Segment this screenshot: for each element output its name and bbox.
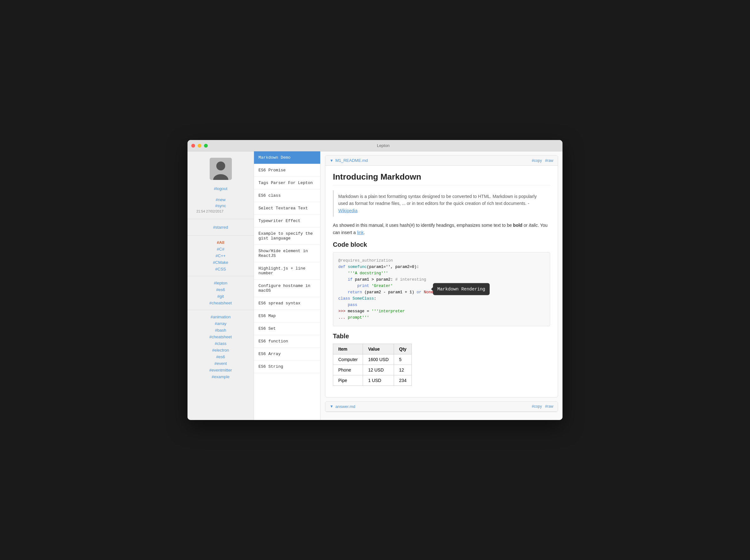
copy-button-answer[interactable]: #copy	[532, 404, 542, 408]
tag-csharp[interactable]: #C#	[192, 246, 249, 252]
close-button[interactable]	[191, 144, 195, 147]
file-header-answer: ▼ answer.md #copy #raw	[325, 402, 558, 412]
tag-eventmitter[interactable]: #eventmitter	[192, 367, 249, 373]
table-cell-value-3: 1 USD	[363, 375, 394, 385]
file-body-readme: Introducing Markdown Markdown is a plain…	[325, 166, 558, 397]
logout-link[interactable]: #logout	[192, 186, 249, 192]
snippet-item-typewriter[interactable]: Typewriter Effect	[254, 215, 320, 227]
tag-git[interactable]: #git	[192, 293, 249, 299]
tag-cmake[interactable]: #CMake	[192, 259, 249, 265]
avatar-svg	[210, 158, 232, 180]
table-row: Pipe 1 USD 234	[333, 375, 412, 385]
snippet-item-highlightjs[interactable]: Highlight.js + line number	[254, 262, 320, 280]
wikipedia-link[interactable]: Wikipedia	[338, 208, 358, 213]
table-cell-item-3: Pipe	[333, 375, 363, 385]
md-divider	[333, 185, 550, 185]
traffic-lights	[191, 144, 208, 147]
md-table-heading: Table	[333, 333, 550, 340]
tag-event[interactable]: #event	[192, 360, 249, 366]
new-link[interactable]: #new	[192, 197, 249, 203]
snippet-item-es6-array[interactable]: ES6 Array	[254, 348, 320, 360]
snippet-item-spread[interactable]: ES6 spread syntax	[254, 297, 320, 310]
tag-example[interactable]: #example	[192, 374, 249, 380]
sidebar-actions: #new #sync 21:54 27/02/2017	[187, 194, 254, 216]
table-cell-value-1: 1600 USD	[363, 354, 394, 364]
tag-lepton[interactable]: #lepton	[192, 280, 249, 286]
code-block: @requires_authorization def somefunc(par…	[333, 252, 550, 326]
snippet-item-es6-function[interactable]: ES6 function	[254, 335, 320, 348]
snippet-item-markdown-demo[interactable]: Markdown Demo	[254, 152, 320, 164]
tag-cheatsheet[interactable]: #cheatsheet	[192, 300, 249, 306]
file-actions-answer: #copy #raw	[532, 404, 553, 408]
sidebar-divider-3	[187, 276, 254, 276]
chevron-down-icon: ▼	[330, 158, 333, 163]
main-content: ▼ M1_README.md #copy #raw Introducing Ma…	[321, 152, 563, 420]
tag-class[interactable]: #class	[192, 340, 249, 346]
starred-link[interactable]: #starred	[192, 224, 249, 230]
tooltip-label: Markdown Rendering	[438, 287, 485, 292]
snippet-item-showhide[interactable]: Show/Hide element in ReactJS	[254, 245, 320, 262]
table-cell-item-2: Phone	[333, 364, 363, 375]
table-header-qty: Qty	[394, 344, 412, 354]
tooltip-arrow	[431, 287, 433, 291]
snippet-item-es6-promise[interactable]: ES6 Promise	[254, 164, 320, 177]
avatar	[210, 158, 232, 180]
file-actions-readme: #copy #raw	[532, 158, 553, 163]
svg-point-1	[216, 162, 225, 171]
tooltip-box: Markdown Rendering	[433, 283, 490, 295]
copy-button-readme[interactable]: #copy	[532, 158, 542, 163]
tag-cheatsheet2[interactable]: #cheatsheet	[192, 334, 249, 340]
avatar-section	[187, 152, 254, 183]
titlebar: Lepton	[187, 140, 563, 152]
sync-time: 21:54 27/02/2017	[192, 209, 249, 214]
raw-button-readme[interactable]: #raw	[545, 158, 553, 163]
md-paragraph: As showed in this manual, it uses hash(#…	[333, 222, 550, 236]
tag-animation[interactable]: #animation	[192, 314, 249, 320]
tag-list: #All #C# #C++ #CMake #CSS	[187, 238, 254, 273]
tag-css[interactable]: #CSS	[192, 266, 249, 272]
sync-link[interactable]: #sync	[192, 203, 249, 209]
maximize-button[interactable]	[204, 144, 208, 147]
tag-es6[interactable]: #es6	[192, 287, 249, 293]
tag-es6-2[interactable]: #es6	[192, 354, 249, 360]
app-body: #logout #new #sync 21:54 27/02/2017 #sta…	[187, 152, 563, 420]
sidebar-divider-2	[187, 235, 254, 236]
tag-all[interactable]: #All	[192, 239, 249, 245]
tag-cpp[interactable]: #C++	[192, 253, 249, 259]
snippet-item-es6-string[interactable]: ES6 String	[254, 360, 320, 373]
file-header-readme: ▼ M1_README.md #copy #raw	[325, 156, 558, 166]
snippet-item-gist-lang[interactable]: Example to specify the gist language	[254, 227, 320, 245]
file-name-readme: M1_README.md	[336, 158, 368, 163]
chevron-down-icon-answer: ▼	[330, 404, 333, 408]
tag-electron[interactable]: #electron	[192, 347, 249, 353]
sidebar: #logout #new #sync 21:54 27/02/2017 #sta…	[187, 152, 254, 420]
snippet-item-select-textarea[interactable]: Select Textarea Text	[254, 202, 320, 215]
app-window: Lepton #logout #new #sync 21:54 27/	[187, 140, 563, 420]
file-section-readme: ▼ M1_README.md #copy #raw Introducing Ma…	[325, 155, 558, 398]
minimize-button[interactable]	[198, 144, 201, 147]
table-header-value: Value	[363, 344, 394, 354]
table-cell-value-2: 12 USD	[363, 364, 394, 375]
snippet-item-es6-set[interactable]: ES6 Set	[254, 322, 320, 335]
table-row: Phone 12 USD 12	[333, 364, 412, 375]
snippet-item-tags-parser[interactable]: Tags Parser For Lepton	[254, 177, 320, 189]
table-cell-qty-2: 12	[394, 364, 412, 375]
file-section-answer: ▼ answer.md #copy #raw	[325, 401, 558, 412]
table-row: Computer 1600 USD 5	[333, 354, 412, 364]
tag-bash[interactable]: #bash	[192, 327, 249, 333]
answer-header-left: ▼ answer.md	[330, 404, 532, 409]
table-cell-qty-1: 5	[394, 354, 412, 364]
tag-list-2: #lepton #es6 #git #cheatsheet	[187, 279, 254, 307]
sidebar-divider-4	[187, 310, 254, 310]
sidebar-logout-section: #logout	[187, 183, 254, 194]
table-cell-qty-3: 234	[394, 375, 412, 385]
table-header-item: Item	[333, 344, 363, 354]
snippet-item-es6-class[interactable]: ES6 class	[254, 189, 320, 202]
snippet-item-hostname[interactable]: Configure hostname in macOS	[254, 280, 320, 297]
link-example[interactable]: link	[357, 230, 364, 235]
snippet-item-es6-map[interactable]: ES6 Map	[254, 310, 320, 322]
md-code-block-heading: Code block	[333, 241, 550, 248]
table-cell-item-1: Computer	[333, 354, 363, 364]
tag-array[interactable]: #array	[192, 321, 249, 326]
raw-button-answer[interactable]: #raw	[545, 404, 553, 408]
